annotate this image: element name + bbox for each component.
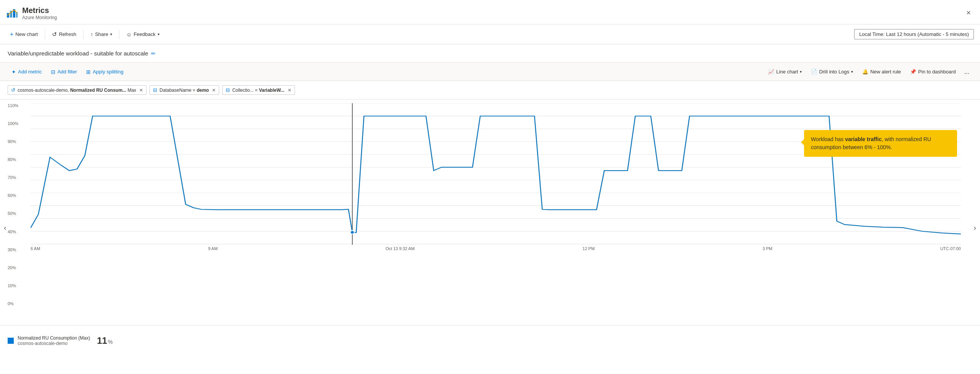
nav-left-button[interactable]: ‹	[0, 220, 10, 236]
line-chart-button[interactable]: 📈 Line chart ▾	[764, 67, 806, 76]
add-filter-icon: ⊟	[51, 69, 55, 75]
x-label-cursor: Oct 13 9:32 AM	[386, 246, 415, 251]
title-text: Metrics Azure Monitoring	[22, 6, 57, 20]
y-label-100: 100%	[8, 121, 18, 126]
more-options-button[interactable]: ...	[961, 67, 972, 77]
pin-icon: 📌	[910, 69, 916, 75]
toolbar-separator-3	[119, 30, 119, 39]
metric-chip: ↺ cosmos-autoscale-demo, Normalized RU C…	[8, 85, 147, 95]
database-filter-label: DatabaseName = demo	[160, 88, 209, 93]
toolbar-separator-2	[83, 30, 83, 39]
metric-chip-close[interactable]: ✕	[139, 88, 143, 93]
refresh-button[interactable]: ↺ Refresh	[48, 29, 80, 40]
chart-title: Variable/unpredictable workload - suitab…	[8, 50, 148, 57]
y-label-10: 10%	[8, 283, 18, 288]
metrics-toolbar: ✦ Add metric ⊟ Add filter ⊞ Apply splitt…	[0, 63, 980, 81]
metric-chip-icon: ↺	[11, 87, 15, 93]
add-filter-button[interactable]: ⊟ Add filter	[47, 67, 81, 77]
tooltip-text-before: Workload has	[811, 136, 845, 142]
line-chart-label: Line chart	[776, 69, 798, 75]
y-label-30: 30%	[8, 247, 18, 252]
y-label-80: 80%	[8, 157, 18, 162]
x-label-12pm: 12 PM	[583, 246, 595, 251]
share-label: Share	[95, 31, 108, 37]
legend-value-area: 11 %	[97, 335, 112, 346]
x-label-utc: UTC-07:00	[940, 246, 961, 251]
chart-wrapper: 110% 100% 90% 80% 70% 60% 50% 40% 30% 20…	[0, 99, 980, 325]
legend-area: Normalized RU Consumption (Max) cosmos-a…	[0, 325, 980, 356]
feedback-chevron-icon: ▾	[158, 32, 160, 36]
filter-chip-icon-2: ⊟	[226, 87, 230, 93]
collection-chip-close[interactable]: ✕	[288, 88, 291, 93]
tooltip-box: Workload has variable traffic, with norm…	[804, 130, 957, 157]
metrics-right: 📈 Line chart ▾ 📄 Drill into Logs ▾ 🔔 New…	[764, 67, 972, 77]
toolbar-left: + New chart ↺ Refresh ↑ Share ▾ ☺ Feedba…	[6, 29, 163, 40]
x-label-9am: 9 AM	[208, 246, 218, 251]
share-button[interactable]: ↑ Share ▾	[86, 29, 116, 40]
app-title: Metrics	[22, 6, 57, 15]
drill-logs-label: Drill into Logs	[819, 69, 849, 75]
chart-legend-area: ‹ › 110% 100% 90% 80% 70% 60% 50% 40% 30…	[0, 99, 980, 356]
time-range-button[interactable]: Local Time: Last 12 hours (Automatic - 5…	[854, 29, 974, 39]
alert-rule-icon: 🔔	[862, 69, 868, 75]
chart-title-bar: Variable/unpredictable workload - suitab…	[0, 44, 980, 63]
legend-info: Normalized RU Consumption (Max) cosmos-a…	[18, 335, 90, 346]
close-button[interactable]: ×	[963, 7, 974, 19]
app-subtitle: Azure Monitoring	[22, 15, 57, 20]
add-metric-button[interactable]: ✦ Add metric	[8, 67, 46, 77]
legend-value: 11	[97, 335, 107, 346]
title-left: Metrics Azure Monitoring	[6, 6, 57, 20]
share-chevron-icon: ▾	[110, 32, 112, 36]
nav-right-button[interactable]: ›	[970, 220, 980, 236]
pin-label: Pin to dashboard	[918, 69, 956, 75]
legend-sublabel: cosmos-autoscale-demo	[18, 341, 90, 346]
tooltip-bold-text: variable traffic	[845, 136, 882, 142]
legend-color-swatch	[8, 338, 14, 344]
toolbar: + New chart ↺ Refresh ↑ Share ▾ ☺ Feedba…	[0, 24, 980, 44]
new-chart-label: New chart	[15, 31, 38, 37]
main-content: Variable/unpredictable workload - suitab…	[0, 44, 980, 356]
database-chip-close[interactable]: ✕	[212, 88, 216, 93]
toolbar-separator-1	[45, 30, 45, 39]
x-axis-labels: 6 AM 9 AM Oct 13 9:32 AM 12 PM 3 PM UTC-…	[31, 246, 961, 251]
y-label-20: 20%	[8, 265, 18, 270]
new-alert-rule-button[interactable]: 🔔 New alert rule	[858, 67, 905, 76]
y-axis-labels: 110% 100% 90% 80% 70% 60% 50% 40% 30% 20…	[8, 103, 18, 306]
collection-filter-label: Collectio... = VariableW...	[232, 88, 284, 93]
x-label-3pm: 3 PM	[763, 246, 773, 251]
y-label-70: 70%	[8, 175, 18, 180]
refresh-icon: ↺	[52, 31, 57, 38]
metric-chip-label: cosmos-autoscale-demo, Normalized RU Con…	[18, 88, 136, 93]
add-filter-label: Add filter	[57, 69, 77, 75]
legend-label: Normalized RU Consumption (Max)	[18, 335, 90, 341]
line-chart-chevron-icon: ▾	[800, 70, 802, 74]
share-icon: ↑	[90, 31, 93, 37]
edit-icon[interactable]: ✏	[151, 50, 156, 57]
collection-filter-chip: ⊟ Collectio... = VariableW... ✕	[222, 85, 295, 95]
chart-svg	[31, 103, 961, 245]
drill-into-logs-button[interactable]: 📄 Drill into Logs ▾	[807, 67, 857, 76]
filter-bar: ↺ cosmos-autoscale-demo, Normalized RU C…	[0, 81, 980, 99]
title-bar: Metrics Azure Monitoring ×	[0, 0, 980, 24]
y-label-0: 0%	[8, 301, 18, 306]
pin-to-dashboard-button[interactable]: 📌 Pin to dashboard	[906, 67, 959, 76]
metrics-left: ✦ Add metric ⊟ Add filter ⊞ Apply splitt…	[8, 67, 127, 77]
feedback-icon: ☺	[126, 31, 132, 37]
y-label-110: 110%	[8, 103, 18, 108]
refresh-label: Refresh	[59, 31, 77, 37]
apply-splitting-button[interactable]: ⊞ Apply splitting	[82, 67, 127, 77]
new-chart-button[interactable]: + New chart	[6, 29, 42, 40]
y-label-90: 90%	[8, 139, 18, 144]
apply-splitting-icon: ⊞	[86, 69, 91, 75]
drill-logs-icon: 📄	[811, 69, 817, 75]
filter-chip-icon-1: ⊟	[153, 87, 157, 93]
drill-logs-chevron-icon: ▾	[851, 70, 853, 74]
add-metric-label: Add metric	[18, 69, 42, 75]
feedback-label: Feedback	[133, 31, 155, 37]
y-label-60: 60%	[8, 193, 18, 198]
svg-point-18	[350, 231, 354, 234]
feedback-button[interactable]: ☺ Feedback ▾	[122, 29, 163, 40]
legend-unit: %	[108, 339, 112, 345]
line-chart-icon: 📈	[768, 69, 774, 75]
x-label-6am: 6 AM	[31, 246, 40, 251]
